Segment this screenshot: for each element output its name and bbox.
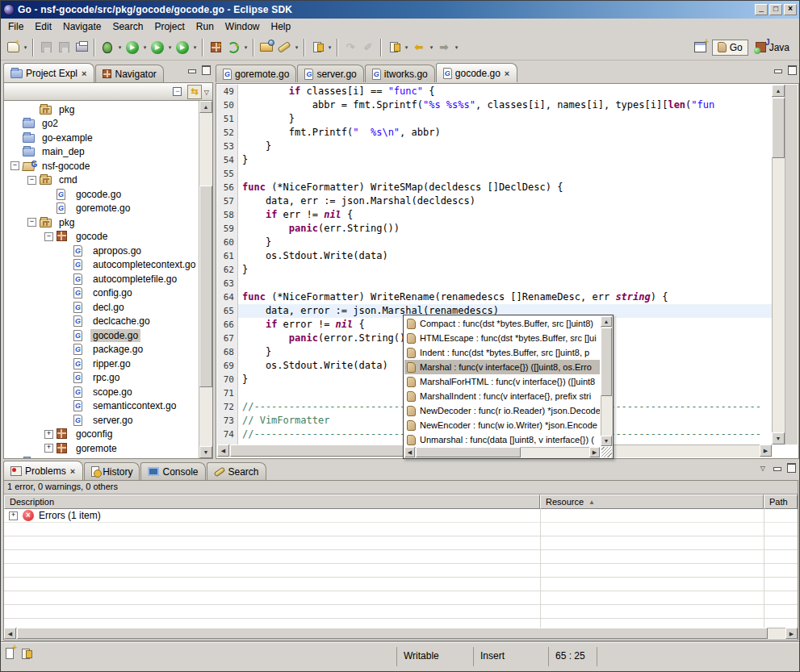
- scroll-up-icon[interactable]: ▲: [772, 85, 785, 97]
- explorer-scroll-thumb[interactable]: [199, 186, 212, 387]
- tab-project-explorer[interactable]: Project Expl ×: [3, 63, 94, 82]
- close-icon[interactable]: ×: [69, 466, 76, 476]
- open-perspective-button[interactable]: [692, 39, 710, 56]
- expand-icon[interactable]: +: [9, 511, 18, 520]
- scroll-right-icon[interactable]: ▶: [785, 628, 798, 639]
- editor-tab-itworks.go[interactable]: itworks.go: [365, 65, 435, 82]
- open-resource-button[interactable]: [258, 39, 275, 56]
- refresh-button[interactable]: +: [224, 39, 242, 56]
- run-dropdown[interactable]: ▾: [141, 39, 149, 56]
- expand-icon[interactable]: +: [44, 444, 53, 453]
- popup-hscroll-thumb[interactable]: [416, 447, 521, 457]
- tab-problems[interactable]: Problems×: [3, 461, 83, 480]
- tree-item-scope.go[interactable]: −scope.go: [4, 385, 199, 399]
- completion-item[interactable]: NewDecoder : func(r io.Reader) *json.Dec…: [404, 403, 600, 418]
- scroll-left-icon[interactable]: ◀: [404, 447, 415, 457]
- save-all-button[interactable]: [55, 39, 73, 56]
- tab-search[interactable]: Search: [207, 462, 266, 480]
- scroll-down-icon[interactable]: ▼: [772, 432, 785, 445]
- tree-item-decl.go[interactable]: −decl.go: [4, 300, 199, 315]
- debug-dropdown[interactable]: ▾: [116, 39, 124, 56]
- scroll-down-icon[interactable]: ▼: [199, 446, 212, 458]
- code-line-51[interactable]: 51 }: [217, 112, 772, 126]
- tab-console[interactable]: Console: [140, 462, 205, 480]
- tree-item-semanticcontext.go[interactable]: −semanticcontext.go: [4, 399, 199, 414]
- menu-edit[interactable]: Edit: [29, 19, 57, 34]
- tree-item-cmd[interactable]: −cmd: [4, 173, 199, 188]
- tree-item-gocode.go[interactable]: −gocode.go: [4, 187, 199, 202]
- last-edit-location-button[interactable]: [385, 39, 403, 56]
- view-menu-button[interactable]: ▽: [204, 87, 209, 96]
- collapse-all-button[interactable]: −: [170, 85, 185, 99]
- code-line-52[interactable]: 52 fmt.Printf(" %s\n", abbr): [217, 126, 772, 140]
- tree-item-server.go[interactable]: −server.go: [4, 413, 199, 428]
- collapse-icon[interactable]: −: [27, 218, 36, 227]
- completion-item[interactable]: MarshalForHTML : func(v interface{}) ([]…: [404, 374, 600, 389]
- close-button[interactable]: ×: [784, 4, 797, 15]
- editor-tab-goremote.go[interactable]: goremote.go: [216, 65, 296, 82]
- code-line-54[interactable]: 54}: [217, 153, 772, 167]
- problems-row-errors[interactable]: +×Errors (1 item): [4, 509, 798, 523]
- forward-button[interactable]: ➡: [435, 39, 453, 56]
- code-line-60[interactable]: 60 }: [217, 236, 772, 249]
- scroll-up-icon[interactable]: ▲: [199, 101, 212, 113]
- tree-item-nsf-gocode[interactable]: −nsf-gocode: [4, 159, 199, 173]
- tree-item-pkg[interactable]: −pkg: [4, 215, 199, 230]
- run-button[interactable]: ▶: [124, 39, 141, 56]
- scroll-right-icon[interactable]: ▶: [589, 447, 600, 457]
- scroll-left-icon[interactable]: ◀: [217, 445, 229, 457]
- tree-item-config.go[interactable]: −config.go: [4, 286, 199, 301]
- code-line-55[interactable]: 55: [217, 167, 772, 181]
- tree-item-goremote[interactable]: +goremote: [4, 441, 199, 456]
- refresh-dropdown[interactable]: ▾: [242, 39, 249, 56]
- scroll-up-icon[interactable]: ▲: [601, 316, 612, 327]
- menu-help[interactable]: Help: [266, 19, 297, 34]
- perspective-java-button[interactable]: Java: [751, 40, 794, 55]
- menu-search[interactable]: Search: [107, 19, 149, 34]
- search-dropdown[interactable]: ▾: [293, 39, 300, 56]
- problems-hscrollbar[interactable]: ◀ ▶: [4, 628, 798, 640]
- editor-scroll-thumb[interactable]: [772, 98, 785, 158]
- explorer-vscrollbar[interactable]: ▲ ▼: [199, 101, 212, 458]
- code-line-64[interactable]: 64func (*NiceFormatter) WriteRename(rena…: [217, 290, 772, 304]
- editor-tab-gocode.go[interactable]: gocode.go×: [436, 63, 518, 82]
- code-line-50[interactable]: 50 abbr = fmt.Sprintf("%s %s%s", classes…: [217, 98, 772, 112]
- link-with-editor-button[interactable]: ⇆: [187, 85, 202, 99]
- previous-annotation-button[interactable]: ✐: [359, 39, 377, 56]
- popup-scroll-thumb[interactable]: [601, 328, 612, 396]
- scroll-left-icon[interactable]: ◀: [4, 628, 16, 639]
- run-history-button[interactable]: ▶: [149, 39, 166, 56]
- tree-item-go-example[interactable]: −go-example: [4, 131, 199, 145]
- tree-item-main_dep[interactable]: −main_dep: [4, 145, 199, 160]
- completion-item[interactable]: Compact : func(dst *bytes.Buffer, src []…: [404, 316, 600, 331]
- tree-item-goconfig[interactable]: +goconfig: [4, 428, 199, 442]
- fast-view-icon[interactable]: [6, 648, 14, 659]
- collapse-icon[interactable]: −: [44, 232, 53, 241]
- tree-item-ripper.go[interactable]: −ripper.go: [4, 357, 199, 371]
- column-header-path[interactable]: Path: [764, 495, 798, 509]
- code-line-57[interactable]: 57 data, err := json.Marshal(decldescs): [217, 194, 772, 208]
- menu-run[interactable]: Run: [191, 19, 220, 34]
- menu-project[interactable]: Project: [149, 19, 190, 34]
- code-line-58[interactable]: 58 if err != nil {: [217, 208, 772, 222]
- print-button[interactable]: [73, 39, 90, 56]
- completion-item[interactable]: Marshal : func(v interface{}) ([]uint8, …: [404, 360, 600, 374]
- tree-item-pkg[interactable]: −pkg: [4, 102, 199, 117]
- new-wizard-dropdown[interactable]: ▾: [22, 39, 29, 56]
- code-line-49[interactable]: 49 if classes[i] == "func" {: [217, 85, 772, 98]
- tree-item-autocompletefile.go[interactable]: −autocompletefile.go: [4, 272, 199, 286]
- tree-item-go2[interactable]: −go2: [4, 117, 199, 131]
- code-line-63[interactable]: 63: [217, 277, 772, 290]
- tree-item-rpc.go[interactable]: −rpc.go: [4, 371, 199, 386]
- completion-item[interactable]: HTMLEscape : func(dst *bytes.Buffer, src…: [404, 331, 600, 345]
- save-button[interactable]: [37, 39, 55, 56]
- tree-item-autocompletecontext.go[interactable]: −autocompletecontext.go: [4, 258, 199, 273]
- tree-item-test[interactable]: −test: [4, 456, 199, 460]
- code-line-59[interactable]: 59 panic(err.String()): [217, 222, 772, 236]
- menu-window[interactable]: Window: [220, 19, 266, 34]
- problems-hscroll-thumb[interactable]: [17, 628, 768, 639]
- collapse-icon[interactable]: −: [27, 176, 36, 185]
- menu-file[interactable]: File: [2, 19, 29, 34]
- debug-button[interactable]: [98, 39, 116, 56]
- popup-resize-grip[interactable]: [601, 447, 612, 457]
